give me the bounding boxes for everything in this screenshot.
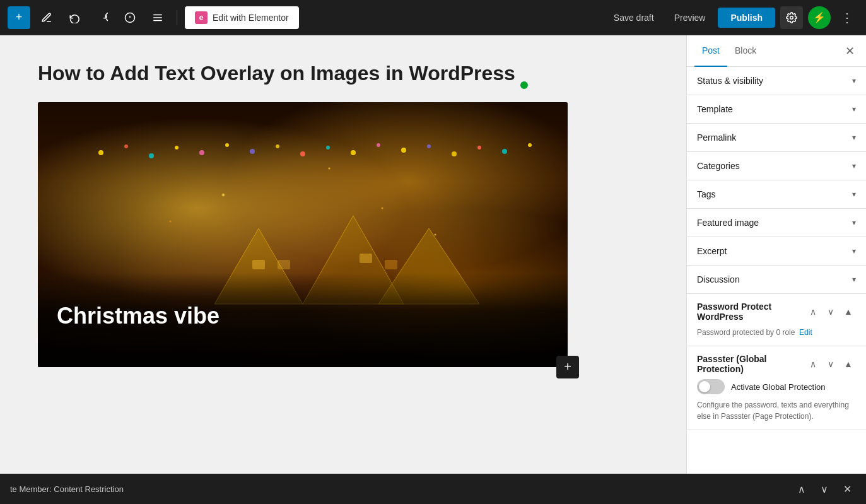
tab-block[interactable]: Block [727,35,764,67]
add-block-icon: + [564,360,571,374]
section-template-header[interactable]: Template ▾ [687,95,866,123]
section-featured-image-header[interactable]: Featured image ▾ [687,209,866,237]
svg-point-16 [326,146,330,149]
plugin-password-protect-desc: Password protected by 0 role Edit [697,327,856,338]
section-categories: Categories ▾ [687,152,866,180]
svg-point-20 [427,144,431,148]
plugin-password-protect-controls: ∧ ∨ ▲ [805,304,856,319]
section-status-visibility-header[interactable]: Status & visibility ▾ [687,67,866,95]
plugin-passster-controls: ∧ ∨ ▲ [805,356,856,372]
publish-button[interactable]: Publish [718,8,775,28]
image-container[interactable]: Christmas vibe [38,102,568,367]
section-permalink-header[interactable]: Permalink ▾ [687,124,866,151]
plugin-password-protect: Password Protect WordPress ∧ ∨ ▲ Passwor… [687,294,866,346]
festival-image-bg: Christmas vibe [38,102,568,367]
tools-button[interactable] [35,6,58,29]
info-button[interactable] [119,6,141,29]
chevron-down-icon-discussion: ▾ [852,275,856,284]
section-featured-image: Featured image ▾ [687,209,866,237]
right-panel: Post Block ✕ Status & visibility ▾ Templ… [686,35,866,474]
preview-button[interactable]: Preview [667,8,713,28]
toggle-label: Activate Global Protection [731,382,826,392]
save-draft-button[interactable]: Save draft [606,8,662,28]
svg-point-23 [502,149,507,154]
svg-point-14 [276,144,279,148]
toolbar-right: Save draft Preview Publish ⚡ ⋮ [606,6,858,29]
tab-post[interactable]: Post [694,35,727,67]
svg-point-18 [377,143,380,147]
svg-rect-28 [252,260,265,269]
svg-point-17 [351,150,356,155]
main-area: How to Add Text Overlay on Images in Wor… [0,35,866,474]
section-tags-title: Tags [697,189,716,199]
undo-button[interactable] [63,6,86,29]
plugin-password-protect-edit-link[interactable]: Edit [799,328,812,337]
plugin-collapse-up-button[interactable]: ∧ [805,304,821,319]
panel-tabs: Post Block ✕ [687,35,866,67]
section-excerpt: Excerpt ▾ [687,237,866,266]
svg-rect-31 [385,260,397,269]
svg-point-11 [199,150,204,155]
section-template-title: Template [697,104,733,114]
post-title[interactable]: How to Add Text Overlay on Images in Wor… [38,61,515,87]
add-block-below-button[interactable]: + [556,356,579,378]
section-excerpt-header[interactable]: Excerpt ▾ [687,237,866,265]
bottom-expand-button[interactable]: ∧ [793,480,810,498]
svg-point-13 [250,149,255,154]
plugin-password-protect-title: Password Protect WordPress [697,302,805,322]
section-template: Template ▾ [687,95,866,124]
chevron-down-icon-template: ▾ [852,105,856,114]
chevron-down-icon-categories: ▾ [852,161,856,170]
plugin-passster-collapse-down-button[interactable]: ∨ [823,356,838,372]
settings-button[interactable] [780,6,803,29]
plugin-passster-collapse-up-button[interactable]: ∧ [805,356,821,372]
svg-rect-30 [360,254,372,263]
svg-point-15 [300,151,305,156]
svg-rect-29 [278,260,290,269]
svg-point-8 [124,144,128,148]
chevron-down-icon-featured: ▾ [852,218,856,227]
plugin-passster-move-up-button[interactable]: ▲ [841,356,856,372]
performance-button[interactable]: ⚡ [808,6,831,29]
section-discussion-header[interactable]: Discussion ▾ [687,266,866,293]
redo-button[interactable] [91,6,114,29]
section-status-visibility-title: Status & visibility [697,76,763,86]
plugin-passster-desc: Configure the password, texts and everyt… [697,399,856,422]
plugin-move-up-button[interactable]: ▲ [841,304,856,319]
bottom-collapse-button[interactable]: ∨ [816,480,833,498]
svg-point-24 [528,143,532,147]
chevron-down-icon-tags: ▾ [852,190,856,199]
bottom-bar-text: te Member: Content Restriction [10,484,793,494]
section-categories-header[interactable]: Categories ▾ [687,152,866,180]
chevron-down-icon: ▾ [852,76,856,85]
svg-point-9 [149,153,154,158]
svg-point-10 [175,146,178,149]
add-block-button[interactable]: + [8,6,30,29]
plugin-passster: Passster (Global Protection) ∧ ∨ ▲ Activ… [687,346,866,430]
list-view-button[interactable] [146,6,169,29]
edit-with-elementor-button[interactable]: e Edit with Elementor [185,6,299,29]
activate-global-protection-toggle[interactable] [697,379,725,394]
section-permalink: Permalink ▾ [687,124,866,152]
plugin-passster-title: Passster (Global Protection) [697,354,805,374]
section-tags-header[interactable]: Tags ▾ [687,180,866,208]
svg-point-19 [401,148,406,153]
toolbar: + e Edit with Elementor Save draft Previ… [0,0,866,35]
image-block: Christmas vibe + [38,102,568,367]
bottom-close-button[interactable]: ✕ [838,480,856,498]
svg-point-6 [790,16,793,19]
plugin-password-protect-header: Password Protect WordPress ∧ ∨ ▲ [697,302,856,322]
plugin-collapse-down-button[interactable]: ∨ [823,304,838,319]
section-discussion: Discussion ▾ [687,266,866,294]
svg-point-22 [477,146,481,149]
chevron-down-icon-permalink: ▾ [852,133,856,142]
section-excerpt-title: Excerpt [697,246,727,256]
elementor-button-label: Edit with Elementor [213,13,289,23]
image-overlay-text: Christmas vibe [57,303,219,329]
more-options-button[interactable]: ⋮ [836,8,858,28]
elementor-icon: e [195,11,208,24]
section-categories-title: Categories [697,161,740,171]
section-tags: Tags ▾ [687,180,866,209]
panel-close-button[interactable]: ✕ [841,42,858,60]
section-permalink-title: Permalink [697,132,736,143]
